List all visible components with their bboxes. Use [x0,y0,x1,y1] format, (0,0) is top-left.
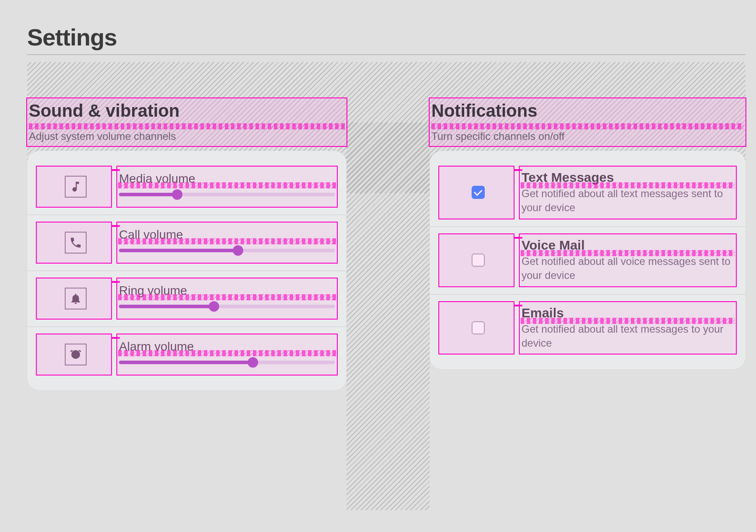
sound-header: Sound & vibration Adjust system volume c… [27,98,346,146]
settings-page: Settings Sound & vibration Adjust system… [27,22,746,510]
sound-heading: Sound & vibration [29,101,345,121]
notification-content: Text Messages Get notified about all tex… [522,170,734,215]
slider-row: Media volume [27,159,346,215]
volume-slider[interactable] [119,299,335,313]
sound-card: Media volume Call volume [27,151,346,390]
debug-squiggle [29,123,345,129]
volume-slider[interactable] [119,355,335,369]
notifications-header: Notifications Turn specific channels on/… [430,98,746,146]
notification-row: Emails Get notified about all text messa… [430,294,746,362]
notifications-heading: Notifications [431,101,744,121]
notification-title: Text Messages [522,170,734,185]
notification-content: Emails Get notified about all text messa… [522,306,734,351]
notification-checkbox[interactable] [472,254,485,267]
columns: Sound & vibration Adjust system volume c… [27,122,746,510]
slider-icon-cell [38,170,113,203]
column-gutter [346,122,430,510]
notification-row: Text Messages Get notified about all tex… [430,159,746,226]
slider-label: Ring volume [119,284,335,298]
checkbox-cell [441,306,515,351]
debug-squiggle [431,123,744,129]
slider-label: Call volume [119,228,335,242]
notifications-card: Text Messages Get notified about all tex… [430,151,746,369]
notification-desc: Get notified about all text messages to … [522,322,734,351]
notification-row: Voice Mail Get notified about all voice … [430,226,746,294]
notifications-subtitle: Turn specific channels on/off [431,130,744,143]
slider-content: Ring volume [119,282,335,315]
checkbox-cell [441,170,515,215]
notification-title: Emails [522,306,734,320]
slider-row: Ring volume [27,271,346,327]
divider [27,54,746,55]
slider-icon-cell [38,226,113,259]
alarm-icon [65,344,87,365]
checkbox-cell [441,238,515,283]
notification-title: Voice Mail [522,238,734,253]
notification-checkbox[interactable] [472,321,485,334]
notifications-column: Notifications Turn specific channels on/… [430,122,746,510]
slider-content: Call volume [119,226,335,259]
music-note-icon [65,176,87,198]
slider-label: Alarm volume [119,340,335,354]
phone-icon [65,232,87,254]
notification-desc: Get notified about all text messages sen… [522,187,734,215]
volume-slider[interactable] [119,243,335,257]
slider-icon-cell [38,282,113,315]
slider-row: Call volume [27,215,346,271]
sound-column: Sound & vibration Adjust system volume c… [27,122,346,510]
notification-content: Voice Mail Get notified about all voice … [522,238,734,283]
slider-row: Alarm volume [27,327,346,382]
slider-label: Media volume [119,172,335,186]
volume-slider[interactable] [119,188,335,202]
slider-content: Media volume [119,170,335,203]
page-title: Settings [27,22,746,54]
bell-icon [65,288,87,309]
slider-content: Alarm volume [119,338,335,371]
sound-subtitle: Adjust system volume channels [29,130,345,143]
slider-icon-cell [38,338,113,371]
notification-desc: Get notified about all voice messages se… [522,254,734,283]
notification-checkbox[interactable] [472,186,485,199]
